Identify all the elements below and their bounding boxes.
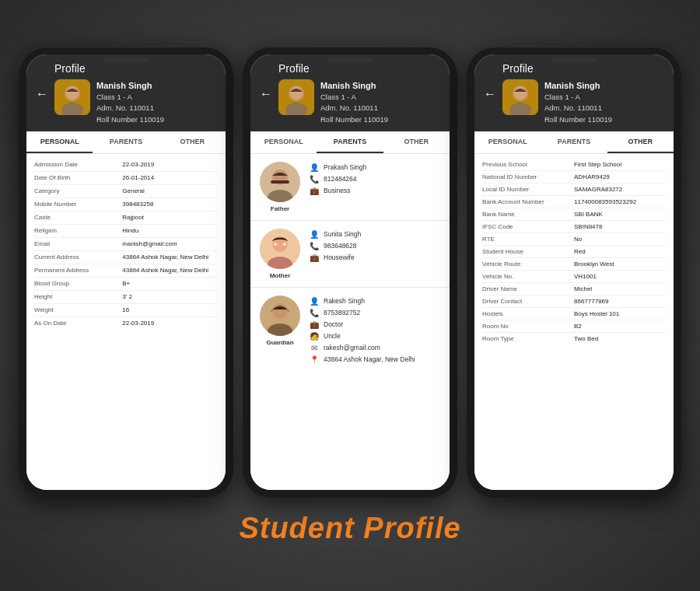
personal-row: Date Of Birth26-01-2014 <box>34 172 218 185</box>
student-avatar-3 <box>502 79 538 115</box>
tabs-3: PERSONAL PARENTS OTHER <box>474 131 674 154</box>
phone-icon: 📞 <box>310 175 319 184</box>
other-row: Bank NameSBI BANK <box>482 208 666 221</box>
svg-point-16 <box>283 243 286 246</box>
father-avatar <box>260 162 300 202</box>
tabs-2: PERSONAL PARENTS OTHER <box>250 131 450 154</box>
mother-avatar <box>260 229 300 269</box>
tab-personal-1[interactable]: PERSONAL <box>26 131 93 153</box>
other-row: Vehicle No.VH1001 <box>482 271 666 283</box>
back-arrow-icon-1[interactable]: ← <box>36 87 48 101</box>
other-row: Local ID NumberSAMAGRA83272 <box>482 184 666 196</box>
svg-point-15 <box>274 243 277 246</box>
personal-row: Current Address43864 Ashok Nagar, New De… <box>34 251 218 264</box>
location-icon: 📍 <box>310 355 319 364</box>
back-arrow-icon-3[interactable]: ← <box>484 87 496 101</box>
tab-parents-3[interactable]: PARENTS <box>541 131 607 153</box>
student-details-2: Manish Singh Class 1 - A Adm. No. 110011… <box>320 79 388 125</box>
person-icon: 👤 <box>310 163 319 172</box>
mother-label: Mother <box>270 272 291 279</box>
tabs-1: PERSONAL PARENTS OTHER <box>26 131 226 154</box>
personal-list: Admission Date22-03-2019 Date Of Birth26… <box>26 154 226 334</box>
tab-personal-3[interactable]: PERSONAL <box>474 131 541 153</box>
header-title-1: Profile <box>54 62 216 75</box>
personal-row: Weight16 <box>34 304 218 317</box>
guardian-details: 👤 Rakesh Singh 📞 8753892752 💼 Doctor <box>310 296 442 365</box>
other-row: HostelsBoys Hostel 101 <box>482 308 666 320</box>
phone-icon: 📞 <box>310 242 319 250</box>
student-details-1: Manish Singh Class 1 - A Adm. No. 110011… <box>96 79 164 125</box>
personal-row: Permanent Address43864 Ashok Nagar, New … <box>34 264 218 278</box>
svg-point-18 <box>272 303 288 319</box>
guardian-avatar <box>260 296 300 336</box>
other-row: Driver Contact8667777869 <box>482 296 666 308</box>
personal-row: Emailmanish@gmail.com <box>34 238 218 251</box>
screen-header-2: ← Profile <box>250 54 450 131</box>
tab-parents-2[interactable]: PARENTS <box>317 131 383 153</box>
personal-row: Admission Date22-03-2019 <box>34 159 218 172</box>
parent-section-guardian: Guardian 👤 Rakesh Singh 📞 8753892752 💼 <box>250 288 450 373</box>
parent-section-mother: Mother 👤 Sunita Singh 📞 983648628 💼 <box>250 221 450 288</box>
screen-header-1: ← Profile <box>26 54 226 131</box>
tab-personal-2[interactable]: PERSONAL <box>250 131 317 153</box>
screen-content-2: Father 👤 Prakash Singh 📞 812484264 💼 <box>250 154 450 490</box>
other-row: IFSC CodeSBIN8478 <box>482 221 666 233</box>
guardian-label: Guardian <box>266 339 293 346</box>
tab-parents-1[interactable]: PARENTS <box>93 131 159 153</box>
personal-row: Mobile Number398483258 <box>34 198 218 212</box>
phone-parents: ← Profile <box>243 47 457 498</box>
email-icon: ✉ <box>310 344 319 352</box>
mother-details: 👤 Sunita Singh 📞 983648628 💼 Housewife <box>310 229 442 264</box>
briefcase-icon: 💼 <box>310 320 319 329</box>
other-row: Room NoB2 <box>482 320 666 333</box>
tab-other-2[interactable]: OTHER <box>383 131 450 153</box>
header-title-3: Profile <box>502 62 664 75</box>
other-row: Student HouseRed <box>482 246 666 258</box>
other-row: RTENo <box>482 233 666 246</box>
personal-row: Height3' 2 <box>34 291 218 304</box>
tab-other-3[interactable]: OTHER <box>607 131 674 153</box>
phone-personal: ← Profile <box>19 47 233 498</box>
personal-row: ReligionHindu <box>34 225 218 238</box>
father-label: Father <box>271 205 289 212</box>
back-arrow-icon-2[interactable]: ← <box>260 87 272 101</box>
svg-rect-11 <box>271 180 289 184</box>
screen-content-3: Previous SchoolFirst Step School Nationa… <box>474 154 674 490</box>
person-icon: 👤 <box>310 297 319 306</box>
personal-row: CasteRajpoot <box>34 212 218 225</box>
father-details: 👤 Prakash Singh 📞 812484264 💼 Business <box>310 162 442 197</box>
briefcase-icon: 💼 <box>310 187 319 195</box>
parent-section-father: Father 👤 Prakash Singh 📞 812484264 💼 <box>250 154 450 221</box>
other-row: Previous SchoolFirst Step School <box>482 159 666 171</box>
student-details-3: Manish Singh Class 1 - A Adm. No. 110011… <box>544 79 612 125</box>
phone-icon: 📞 <box>310 309 319 317</box>
page-title: Student Profile <box>239 512 460 545</box>
other-row: Vehicle RouteBrooklyn West <box>482 258 666 271</box>
personal-row: CategoryGeneral <box>34 185 218 198</box>
personal-row: Blood GroupB+ <box>34 278 218 291</box>
other-list: Previous SchoolFirst Step School Nationa… <box>474 154 674 349</box>
screen-header-3: ← Profile <box>474 54 674 131</box>
phone-other: ← Profile <box>467 47 681 498</box>
student-avatar-2 <box>278 79 314 115</box>
other-row: Driver NameMichel <box>482 283 666 296</box>
header-title-2: Profile <box>278 62 440 75</box>
screen-content-1: Admission Date22-03-2019 Date Of Birth26… <box>26 154 226 490</box>
briefcase-icon: 💼 <box>310 254 319 262</box>
other-row: Room TypeTwo Bed <box>482 333 666 344</box>
personal-row: As On Date22-03-2019 <box>34 317 218 330</box>
phones-container: ← Profile <box>19 47 681 498</box>
other-row: National ID NumberADHAR9429 <box>482 171 666 184</box>
student-avatar-1 <box>54 79 90 115</box>
page-title-section: Student Profile <box>239 512 460 545</box>
tab-other-1[interactable]: OTHER <box>159 131 226 153</box>
person-icon: 👤 <box>310 230 319 239</box>
other-row: Bank Account Number117400083593523292 <box>482 196 666 208</box>
user-icon: 🧑 <box>310 332 319 341</box>
